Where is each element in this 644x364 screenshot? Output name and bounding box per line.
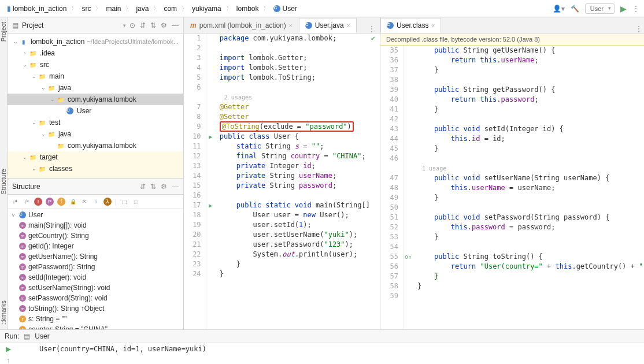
class-icon: C [19,211,26,218]
autoscroll-icon[interactable]: ⬚ [120,198,128,206]
structure-root[interactable]: v C User [8,210,183,220]
collapse-icon[interactable]: ⇅ [150,183,156,191]
structure-list[interactable]: v C User mmain(String[]): voidmgetCountr… [8,209,183,329]
run-config-name: User [35,332,49,340]
structure-item[interactable]: msetPassword(String): void [8,293,183,303]
run-panel: Run: ▤ User ▶ ↑ User(country=CHINA, id=1… [0,329,644,364]
structure-panel-header: Structure ⇵ ⇅ ⚙ — [8,179,183,195]
tree-row[interactable]: ⌄📁com.yukiyama.lombok [8,94,183,105]
structure-item[interactable]: fcountry: String = "CHINA" [8,324,183,329]
right-editor: CUser.class× ⋮ Decompiled .class file, b… [380,17,644,329]
sort-icon[interactable]: ↓ᵃ [11,198,19,206]
structure-item[interactable]: mtoString(): String ↑Object [8,303,183,314]
tab-structure[interactable]: Structure [0,169,7,195]
editor-tab[interactable]: mpom.xml (lombok_in_action)× [184,18,299,33]
tree-row[interactable]: CUser [8,105,183,117]
structure-item[interactable]: mgetPassword(): String [8,262,183,272]
editor-tab[interactable]: CUser.java× [299,18,357,33]
left-editor-tabs: mpom.xml (lombok_in_action)×CUser.java× … [184,17,380,34]
sort-visibility-icon[interactable]: ↓ᵇ [23,198,31,206]
tab-menu-icon[interactable]: ⋮ [631,25,644,33]
right-code-body[interactable]: 3536373839404142434445464748495051525354… [380,46,644,329]
breadcrumb-item[interactable]: lombok [234,3,261,14]
editor-area: mpom.xml (lombok_in_action)×CUser.java× … [184,17,644,329]
run-panel-title: Run: [5,332,19,340]
hide-icon[interactable]: — [172,21,179,29]
structure-item[interactable]: mgetCountry(): String [8,231,183,241]
inspection-ok-icon[interactable]: ✔ [371,34,375,43]
structure-item[interactable]: msetId(Integer): void [8,272,183,283]
tree-row[interactable]: ⌄📁classes [8,163,183,174]
filter-i-icon[interactable]: I [34,198,42,206]
close-icon[interactable]: × [431,23,435,29]
tool-window-tabs-left: Project Structure ::kmarks [0,17,8,329]
run-config-selector[interactable]: User [585,3,615,14]
breadcrumb-item[interactable]: C User [271,3,299,14]
filter-lock-icon[interactable]: 🔒 [69,198,77,206]
project-panel-title: Project [22,21,120,29]
tab-menu-icon[interactable]: ⋮ [364,25,380,33]
settings-icon[interactable]: ⚙ [161,183,167,191]
filter-lambda-icon[interactable]: λ [103,198,112,206]
rerun-icon[interactable]: ▶ [6,345,11,353]
expand-icon[interactable]: ⇵ [140,21,146,29]
expand-icon[interactable]: ⇵ [140,183,146,191]
filter-o-icon[interactable]: ○ [92,198,100,206]
left-code-body[interactable]: 123456789101112131415161718192021222324 … [184,34,380,329]
structure-root-label: User [28,211,43,219]
breadcrumb-item[interactable]: yukiyama [190,3,224,14]
left-editor: mpom.xml (lombok_in_action)×CUser.java× … [184,17,380,329]
top-bar: ▮ lombok_in_action〉src〉main〉java〉com〉yuk… [0,0,644,17]
tree-row[interactable]: ⌄📁java [8,128,183,140]
more-icon[interactable]: ⋮ [632,5,639,13]
structure-panel-title: Structure [12,183,136,191]
breadcrumb-item[interactable]: main [103,3,123,14]
filter-p-icon[interactable]: P [46,198,54,206]
structure-item[interactable]: mmain(String[]): void [8,220,183,231]
tree-row[interactable]: ›📁.idea [8,47,183,59]
run-output: User(country=CHINA, id=1, userName=yuki) [16,343,230,364]
tab-bookmarks[interactable]: ::kmarks [0,300,7,325]
build-icon[interactable]: 👤▾ [553,5,565,13]
structure-item[interactable]: mgetId(): Integer [8,241,183,251]
structure-panel: Structure ⇵ ⇅ ⚙ — ↓ᵃ ↓ᵇ I P f 🔒 ✕ ○ λ | [8,178,183,329]
tree-row[interactable]: ⌄📁main [8,70,183,82]
breadcrumb-item[interactable]: src [79,3,93,14]
project-panel-header: ▤ Project ▾ ⊙ ⇵ ⇅ ⚙ — [8,17,183,34]
hammer-icon[interactable]: 🔨 [571,5,579,13]
tree-row[interactable]: ⌄▮lombok_in_action~/IdeaProjectsUltimate… [8,36,183,47]
left-panel: ▤ Project ▾ ⊙ ⇵ ⇅ ⚙ — ⌄▮lombok_in_action… [8,17,184,329]
structure-item[interactable]: mgetUserName(): String [8,251,183,262]
decompiled-banner: Decompiled .class file, bytecode version… [380,34,644,46]
tree-row[interactable]: ⌄📁java [8,82,183,94]
structure-item[interactable]: msetUserName(String): void [8,283,183,293]
breadcrumb-item[interactable]: ▮ lombok_in_action [5,3,69,14]
run-button[interactable]: ▶ [620,4,627,13]
up-icon[interactable]: ↑ [6,356,10,364]
breadcrumb-item[interactable]: java [134,3,151,14]
tree-row[interactable]: ⌄📁target [8,151,183,163]
project-tree[interactable]: ⌄▮lombok_in_action~/IdeaProjectsUltimate… [8,34,183,178]
structure-item[interactable]: fs: String = "" [8,314,183,324]
locate-icon[interactable]: ⊙ [129,21,135,29]
collapse-icon[interactable]: ⇅ [150,21,156,29]
tree-row[interactable]: ⌄📁src [8,59,183,70]
top-right-controls: 👤▾ 🔨 User ▶ ⋮ [553,3,639,14]
tree-row[interactable]: ⌄📁test [8,117,183,128]
right-editor-tabs: CUser.class× ⋮ [380,17,644,34]
filter-w-icon[interactable]: ✕ [80,198,88,206]
breadcrumb-item[interactable]: com [161,3,179,14]
editor-tab[interactable]: CUser.class× [380,18,441,33]
tree-row[interactable]: 📁com.yukiyama.lombok [8,140,183,151]
hide-icon[interactable]: — [172,183,179,191]
close-icon[interactable]: × [289,23,293,29]
breadcrumb: ▮ lombok_in_action〉src〉main〉java〉com〉yuk… [5,3,553,14]
autoscroll2-icon[interactable]: ⬚ [132,198,140,206]
settings-icon[interactable]: ⚙ [161,21,167,29]
tab-project[interactable]: Project [0,22,7,42]
close-icon[interactable]: × [347,23,350,29]
structure-toolbar: ↓ᵃ ↓ᵇ I P f 🔒 ✕ ○ λ | ⬚ ⬚ [8,195,183,209]
filter-f-icon[interactable]: f [57,198,65,206]
